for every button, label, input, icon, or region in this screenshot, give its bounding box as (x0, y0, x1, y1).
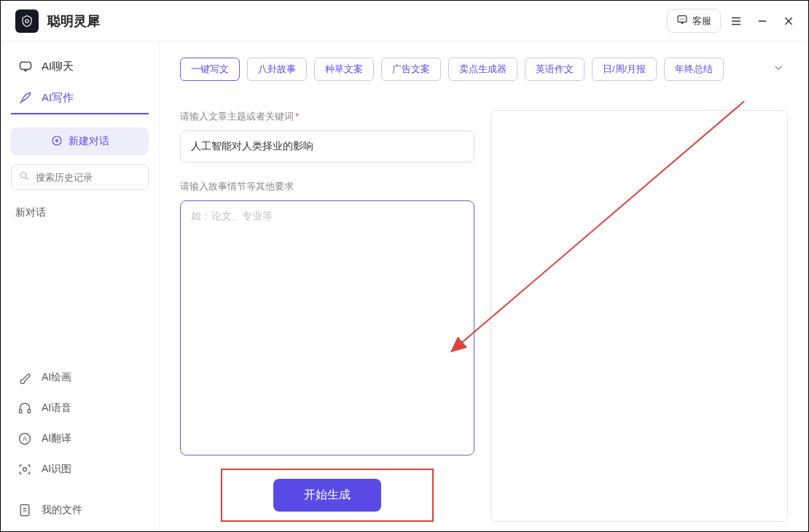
sidebar-item-label: AI聊天 (42, 60, 74, 74)
sidebar-item-vision[interactable]: AI识图 (11, 454, 149, 485)
sidebar-item-translate[interactable]: A AI翻译 (11, 423, 149, 454)
svg-point-4 (684, 18, 684, 19)
extra-textarea-wrap[interactable] (180, 200, 474, 455)
sidebar: AI聊天 AI写作 新建对话 新对话 A (1, 42, 160, 531)
tool-label: AI绘画 (42, 371, 71, 384)
sidebar-item-write[interactable]: AI写作 (11, 82, 149, 114)
history-item[interactable]: 新对话 (11, 199, 149, 227)
svg-point-3 (681, 18, 682, 19)
topic-input[interactable] (180, 130, 474, 163)
extra-label: 请输入故事情节等其他要求 (180, 180, 474, 193)
required-star: * (295, 111, 299, 122)
category-chip-0[interactable]: 一键写文 (180, 58, 240, 81)
svg-point-15 (21, 172, 27, 178)
new-chat-button[interactable]: 新建对话 (11, 128, 149, 155)
search-icon (19, 171, 30, 184)
svg-point-0 (26, 19, 29, 23)
app-logo (15, 9, 39, 33)
svg-point-2 (680, 18, 681, 19)
svg-line-16 (26, 177, 28, 179)
search-box[interactable] (11, 164, 149, 190)
category-chip-7[interactable]: 年终总结 (664, 58, 724, 81)
tool-label: AI翻译 (42, 432, 71, 445)
minimize-button[interactable] (751, 10, 773, 32)
svg-rect-17 (20, 410, 22, 413)
tool-label: 我的文件 (42, 504, 82, 517)
category-chip-2[interactable]: 种草文案 (314, 58, 374, 81)
title-right: 客服 (667, 9, 800, 33)
close-button[interactable] (778, 10, 800, 32)
generate-button[interactable]: 开始生成 (273, 479, 381, 512)
customer-support-button[interactable]: 客服 (667, 9, 721, 33)
category-chip-3[interactable]: 广告文案 (381, 58, 441, 81)
svg-text:A: A (23, 435, 28, 442)
topic-label: 请输入文章主题或者关键词* (180, 110, 474, 123)
expand-categories-button[interactable] (769, 58, 788, 80)
generate-highlight-box: 开始生成 (221, 469, 434, 522)
svg-rect-18 (28, 410, 30, 413)
svg-rect-11 (20, 62, 31, 69)
chevron-down-icon (772, 61, 785, 74)
category-chip-5[interactable]: 英语作文 (525, 58, 585, 81)
chat-icon (18, 59, 33, 74)
chat-bubble-icon (676, 14, 688, 28)
menu-button[interactable] (725, 10, 747, 32)
svg-rect-22 (20, 505, 29, 516)
translate-icon: A (17, 431, 33, 447)
brush-icon (17, 369, 33, 386)
plus-circle-icon (51, 135, 63, 149)
title-bar: 聪明灵犀 客服 (1, 1, 808, 42)
svg-point-21 (23, 468, 27, 472)
sidebar-item-paint[interactable]: AI绘画 (11, 362, 149, 393)
sidebar-item-label: AI写作 (42, 91, 74, 105)
category-chip-1[interactable]: 八卦故事 (247, 58, 307, 81)
sidebar-item-files[interactable]: 我的文件 (11, 495, 149, 525)
main-content: 一键写文 八卦故事 种草文案 广告文案 卖点生成器 英语作文 日/周/月报 年终… (160, 42, 808, 531)
category-row: 一键写文 八卦故事 种草文案 广告文案 卖点生成器 英语作文 日/周/月报 年终… (180, 58, 788, 81)
sidebar-item-voice[interactable]: AI语音 (11, 393, 149, 423)
sidebar-item-chat[interactable]: AI聊天 (11, 50, 149, 82)
extra-textarea[interactable] (191, 210, 464, 446)
image-scan-icon (17, 461, 33, 477)
history-item-label: 新对话 (15, 206, 46, 218)
search-input[interactable] (36, 172, 141, 183)
category-chip-4[interactable]: 卖点生成器 (448, 58, 517, 81)
tool-label: AI识图 (42, 463, 71, 476)
input-form: 请输入文章主题或者关键词* 请输入故事情节等其他要求 开始生成 (180, 110, 474, 522)
support-label: 客服 (692, 15, 711, 28)
new-chat-label: 新建对话 (69, 135, 109, 148)
app-title: 聪明灵犀 (47, 12, 100, 30)
category-chip-6[interactable]: 日/周/月报 (592, 58, 657, 81)
title-left: 聪明灵犀 (15, 9, 100, 33)
tool-label: AI语音 (42, 402, 71, 415)
file-icon (17, 502, 33, 518)
output-panel (491, 110, 788, 522)
feather-icon (18, 90, 33, 105)
headphone-icon (17, 400, 33, 416)
